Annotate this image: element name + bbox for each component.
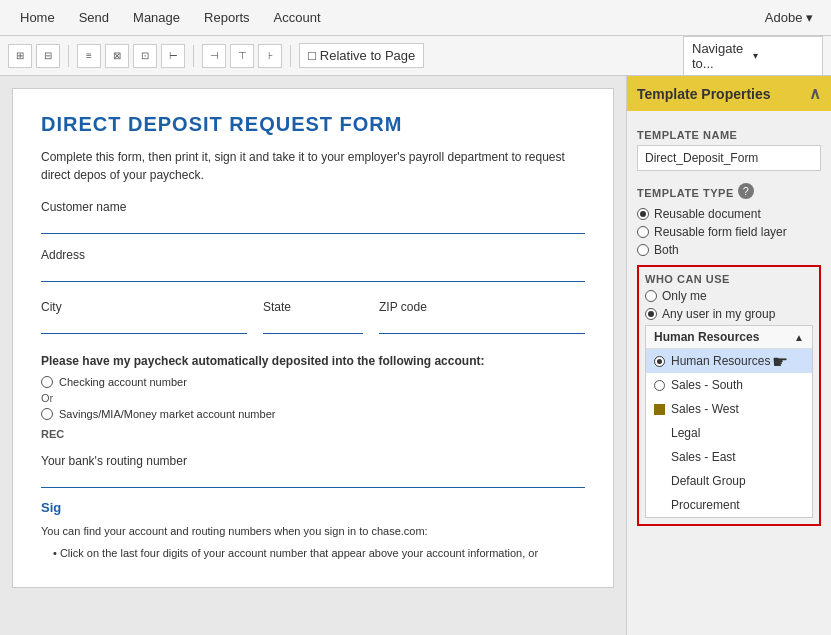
toolbar-btn-7[interactable]: ⊣ bbox=[202, 44, 226, 68]
sig-label: Sig bbox=[41, 500, 585, 515]
document-content: DIRECT DEPOSIT REQUEST FORM Complete thi… bbox=[12, 88, 614, 588]
group-item-sales-east[interactable]: Sales - East bbox=[646, 445, 812, 469]
sales-south-radio bbox=[654, 380, 665, 391]
toolbar-btn-4[interactable]: ⊠ bbox=[105, 44, 129, 68]
panel-collapse-button[interactable]: ∧ bbox=[809, 84, 821, 103]
menu-reports[interactable]: Reports bbox=[192, 4, 262, 31]
group-dropdown: Human Resources ▲ Human Resources ☛ Sale… bbox=[645, 325, 813, 518]
group-item-default-group[interactable]: Default Group bbox=[646, 469, 812, 493]
customer-name-label: Customer name bbox=[41, 200, 585, 214]
city-label: City bbox=[41, 300, 247, 314]
right-panel: Template Properties ∧ TEMPLATE NAME TEMP… bbox=[626, 76, 831, 635]
both-radio bbox=[637, 244, 649, 256]
menu-manage[interactable]: Manage bbox=[121, 4, 192, 31]
state-field[interactable] bbox=[263, 316, 363, 334]
savings-account-row: Savings/MIA/Money market account number bbox=[41, 408, 585, 420]
zip-field[interactable] bbox=[379, 316, 585, 334]
panel-header: Template Properties ∧ bbox=[627, 76, 831, 111]
group-header-text: Human Resources bbox=[654, 330, 759, 344]
toolbar-btn-2[interactable]: ⊟ bbox=[36, 44, 60, 68]
human-resources-radio bbox=[654, 356, 665, 367]
address-field[interactable] bbox=[41, 264, 585, 282]
group-item-human-resources[interactable]: Human Resources ☛ bbox=[646, 349, 812, 373]
toolbar-btn-1[interactable]: ⊞ bbox=[8, 44, 32, 68]
adobe-menu[interactable]: Adobe ▾ bbox=[755, 4, 823, 31]
cursor-hand-icon: ☛ bbox=[772, 351, 788, 373]
template-type-row: TEMPLATE TYPE ? bbox=[637, 179, 821, 203]
toolbar-btn-3[interactable]: ≡ bbox=[77, 44, 101, 68]
footer-text: You can find your account and routing nu… bbox=[41, 525, 585, 537]
human-resources-label: Human Resources bbox=[671, 354, 770, 368]
toolbar-btn-6[interactable]: ⊢ bbox=[161, 44, 185, 68]
default-group-label: Default Group bbox=[654, 474, 746, 488]
relative-page-label: Relative to Page bbox=[320, 48, 415, 63]
document-area[interactable]: DIRECT DEPOSIT REQUEST FORM Complete thi… bbox=[0, 76, 626, 635]
main-layout: DIRECT DEPOSIT REQUEST FORM Complete thi… bbox=[0, 76, 831, 635]
sales-east-label: Sales - East bbox=[654, 450, 736, 464]
toolbar-btn-9[interactable]: ⊦ bbox=[258, 44, 282, 68]
navigate-label: Navigate to... bbox=[692, 41, 753, 71]
group-item-procurement[interactable]: Procurement bbox=[646, 493, 812, 517]
toolbar-separator-3 bbox=[290, 45, 291, 67]
panel-body: TEMPLATE NAME TEMPLATE TYPE ? Reusable d… bbox=[627, 111, 831, 635]
savings-radio[interactable] bbox=[41, 408, 53, 420]
group-item-sales-west[interactable]: Sales - West bbox=[646, 397, 812, 421]
relative-to-page-button[interactable]: □ Relative to Page bbox=[299, 43, 424, 68]
template-type-help-icon[interactable]: ? bbox=[738, 183, 754, 199]
group-item-sales-south[interactable]: Sales - South bbox=[646, 373, 812, 397]
group-header: Human Resources ▲ bbox=[646, 326, 812, 349]
template-type-label: TEMPLATE TYPE bbox=[637, 187, 734, 199]
only-me-option[interactable]: Only me bbox=[645, 289, 813, 303]
group-item-legal[interactable]: Legal bbox=[646, 421, 812, 445]
customer-name-field[interactable] bbox=[41, 216, 585, 234]
sales-south-label: Sales - South bbox=[671, 378, 743, 392]
template-type-reusable-doc[interactable]: Reusable document bbox=[637, 207, 821, 221]
deposit-section-label: Please have my paycheck automatically de… bbox=[41, 354, 585, 368]
or-text: Or bbox=[41, 392, 585, 404]
navigate-dropdown[interactable]: Navigate to... ▾ bbox=[683, 36, 823, 76]
sales-west-square-icon bbox=[654, 404, 665, 415]
rec-label: REC bbox=[41, 428, 585, 440]
template-name-label: TEMPLATE NAME bbox=[637, 129, 821, 141]
routing-label: Your bank's routing number bbox=[41, 454, 585, 468]
any-user-label: Any user in my group bbox=[662, 307, 775, 321]
reusable-doc-radio bbox=[637, 208, 649, 220]
toolbar-btn-5[interactable]: ⊡ bbox=[133, 44, 157, 68]
city-field[interactable] bbox=[41, 316, 247, 334]
form-field-radio bbox=[637, 226, 649, 238]
only-me-label: Only me bbox=[662, 289, 707, 303]
toolbar-separator-2 bbox=[193, 45, 194, 67]
who-can-use-section: WHO CAN USE Only me Any user in my group… bbox=[637, 265, 821, 526]
any-user-option[interactable]: Any user in my group bbox=[645, 307, 813, 321]
procurement-label: Procurement bbox=[654, 498, 740, 512]
relative-page-checkbox-icon: □ bbox=[308, 48, 316, 63]
only-me-radio bbox=[645, 290, 657, 302]
toolbar: ⊞ ⊟ ≡ ⊠ ⊡ ⊢ ⊣ ⊤ ⊦ □ Relative to Page Nav… bbox=[0, 36, 831, 76]
checking-radio[interactable] bbox=[41, 376, 53, 388]
routing-field[interactable] bbox=[41, 470, 585, 488]
menu-home[interactable]: Home bbox=[8, 4, 67, 31]
sales-west-label: Sales - West bbox=[671, 402, 739, 416]
reusable-doc-label: Reusable document bbox=[654, 207, 761, 221]
template-type-form-field[interactable]: Reusable form field layer bbox=[637, 225, 821, 239]
any-user-radio bbox=[645, 308, 657, 320]
address-label: Address bbox=[41, 248, 585, 262]
toolbar-btn-8[interactable]: ⊤ bbox=[230, 44, 254, 68]
group-scroll-up[interactable]: ▲ bbox=[794, 332, 804, 343]
navigate-dropdown-arrow: ▾ bbox=[753, 50, 814, 61]
footer-bullet: • Click on the last four digits of your … bbox=[53, 547, 585, 559]
form-field-label-text: Reusable form field layer bbox=[654, 225, 787, 239]
menu-account[interactable]: Account bbox=[262, 4, 333, 31]
document-title: DIRECT DEPOSIT REQUEST FORM bbox=[41, 113, 585, 136]
checking-label: Checking account number bbox=[59, 376, 187, 388]
menu-bar: Home Send Manage Reports Account Adobe ▾ bbox=[0, 0, 831, 36]
both-label: Both bbox=[654, 243, 679, 257]
template-name-input[interactable] bbox=[637, 145, 821, 171]
panel-title: Template Properties bbox=[637, 86, 771, 102]
zip-label: ZIP code bbox=[379, 300, 585, 314]
document-description: Complete this form, then print it, sign … bbox=[41, 148, 585, 184]
template-type-both[interactable]: Both bbox=[637, 243, 821, 257]
menu-send[interactable]: Send bbox=[67, 4, 121, 31]
who-can-use-label: WHO CAN USE bbox=[645, 273, 813, 285]
toolbar-separator-1 bbox=[68, 45, 69, 67]
